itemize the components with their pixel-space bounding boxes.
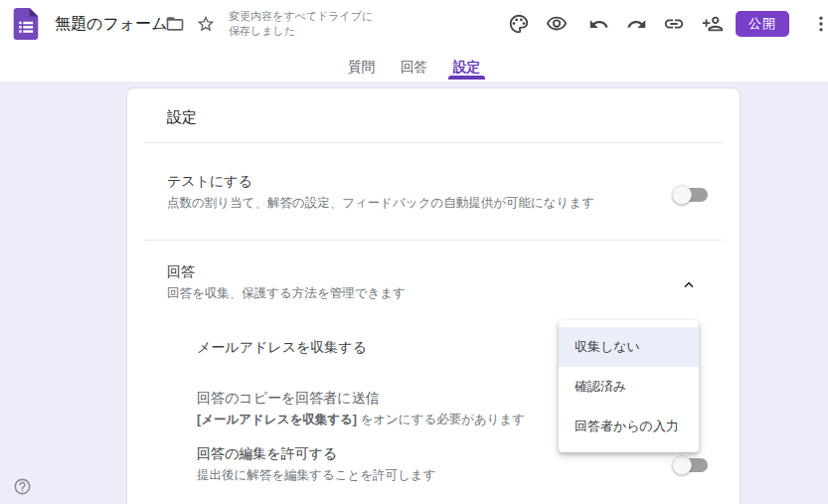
collapse-section-button[interactable] xyxy=(674,271,704,301)
redo-button[interactable] xyxy=(622,10,650,38)
tab-settings-label: 設定 xyxy=(453,60,480,75)
quiz-section-title: テストにする xyxy=(167,173,252,191)
undo-button[interactable] xyxy=(584,10,612,38)
toggle-thumb xyxy=(672,185,692,205)
google-forms-logo-icon[interactable] xyxy=(11,8,41,40)
form-title[interactable]: 無題のフォーム xyxy=(55,0,168,48)
tab-questions-label: 質問 xyxy=(348,60,375,75)
responses-section-description: 回答を収集、保護する方法を管理できます xyxy=(167,285,406,302)
tab-settings[interactable]: 設定 xyxy=(449,48,484,80)
divider xyxy=(145,142,722,143)
tab-responses-label: 回答 xyxy=(401,60,427,75)
publish-button[interactable]: 公開 xyxy=(736,11,789,37)
star-icon xyxy=(196,14,216,34)
save-status-text: 変更内容をすべてドライブに 保存しました xyxy=(229,9,373,39)
allow-edit-title: 回答の編集を許可する xyxy=(197,445,337,463)
kebab-menu-icon xyxy=(811,14,828,34)
quiz-section-description: 点数の割り当て、解答の設定、フィードバックの自動提供が可能になります xyxy=(167,195,594,212)
customize-theme-button[interactable] xyxy=(505,10,533,38)
form-tab-bar: 質問 回答 設定 xyxy=(0,48,828,82)
send-copy-description-bold: [メールアドレスを収集する] xyxy=(197,413,357,426)
tab-questions[interactable]: 質問 xyxy=(344,48,379,80)
chevron-up-icon xyxy=(682,278,696,295)
more-options-button[interactable] xyxy=(807,10,828,38)
dropdown-option-do-not-collect[interactable]: 収集しない xyxy=(559,327,699,367)
send-copy-description: [メールアドレスを収集する] をオンにする必要があります xyxy=(197,412,525,428)
add-collaborators-button[interactable] xyxy=(699,10,727,38)
allow-edit-toggle[interactable] xyxy=(672,455,710,475)
star-button[interactable] xyxy=(192,10,220,38)
divider xyxy=(145,240,722,241)
help-button[interactable] xyxy=(11,477,33,499)
undo-icon xyxy=(588,14,609,35)
copy-link-button[interactable] xyxy=(660,10,688,38)
person-add-icon xyxy=(702,13,724,35)
collect-email-dropdown-menu: 収集しない 確認済み 回答者からの入力 xyxy=(559,320,699,452)
preview-button[interactable] xyxy=(543,10,571,38)
redo-icon xyxy=(626,14,647,35)
help-icon xyxy=(13,484,32,499)
dropdown-option-responder-input[interactable]: 回答者からの入力 xyxy=(559,407,699,446)
preview-eye-icon xyxy=(546,13,568,35)
toggle-thumb xyxy=(672,455,692,475)
tab-underline-active xyxy=(448,76,485,80)
move-to-folder-button[interactable] xyxy=(161,10,189,38)
settings-heading: 設定 xyxy=(167,108,197,127)
settings-page: 設定 テストにする 点数の割り当て、解答の設定、フィードバックの自動提供が可能に… xyxy=(0,82,828,504)
collect-email-title[interactable]: メールアドレスを収集する xyxy=(197,339,367,357)
folder-icon xyxy=(165,14,185,34)
top-bar: 無題のフォーム 変更内容をすべてドライブに 保存しました xyxy=(0,0,828,48)
quiz-toggle[interactable] xyxy=(672,185,710,205)
palette-icon xyxy=(508,13,530,35)
dropdown-option-verified[interactable]: 確認済み xyxy=(559,367,699,407)
allow-edit-description: 提出後に解答を編集することを許可します xyxy=(197,467,435,484)
link-icon xyxy=(663,13,685,35)
tab-responses[interactable]: 回答 xyxy=(397,48,431,80)
send-copy-title: 回答のコピーを回答者に送信 xyxy=(197,390,380,408)
send-copy-description-rest: をオンにする必要があります xyxy=(357,413,525,426)
responses-section-title: 回答 xyxy=(167,263,195,281)
